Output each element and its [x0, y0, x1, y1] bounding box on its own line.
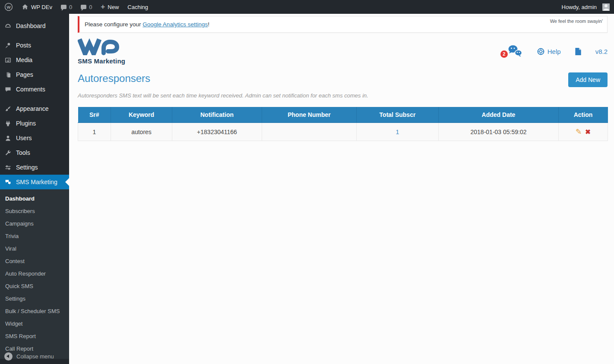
- sidebar-item-label: Pages: [16, 71, 33, 78]
- sidebar-item-media[interactable]: Media: [0, 53, 69, 67]
- submenu-item-viral[interactable]: Viral: [0, 242, 69, 255]
- submenu-item-dashboard[interactable]: Dashboard: [0, 192, 69, 205]
- pushpin-icon: [3, 42, 12, 49]
- column-header-total-subscr: Total Subscr: [357, 107, 439, 123]
- wechat-icon: [506, 44, 523, 57]
- hello-dolly-text: We feel the room swayin': [550, 19, 603, 24]
- submenu-item-contest[interactable]: Contest: [0, 255, 69, 267]
- submenu-item-bulk-scheduler-sms[interactable]: Bulk / Scheduler SMS: [0, 305, 69, 317]
- comment-count-2: 0: [89, 4, 92, 10]
- wp-logo-graphic: [78, 38, 122, 55]
- user-icon: [3, 135, 12, 142]
- home-icon: [22, 3, 28, 10]
- admin-menu: Dashboard Posts Media Pages Comments: [0, 14, 69, 359]
- sidebar-item-comments[interactable]: Comments: [0, 82, 69, 97]
- cell-action: ✎✖: [559, 123, 608, 141]
- sidebar-item-dashboard[interactable]: Dashboard: [0, 19, 69, 33]
- document-icon: [575, 47, 582, 56]
- collapse-arrow-icon: [4, 352, 13, 361]
- notice-text-after: !: [208, 21, 209, 28]
- delete-x-icon[interactable]: ✖: [585, 128, 591, 135]
- wordpress-logo-icon: W: [4, 3, 13, 11]
- sidebar-item-label: Media: [16, 56, 32, 63]
- plugin-header: SMS Marketing 2: [78, 38, 608, 65]
- comments-counter-1[interactable]: 0: [57, 0, 76, 14]
- comments-counter-2[interactable]: 0: [76, 0, 96, 14]
- sliders-icon: [3, 164, 12, 171]
- admin-bar-right: Howdy, admin: [557, 0, 614, 14]
- admin-notice: Please configure your Google Analytics s…: [78, 16, 608, 33]
- page-description: Autoresponders SMS text will be sent eac…: [78, 92, 608, 99]
- plus-icon: +: [101, 3, 105, 10]
- page-head: Autoresponsers Add New: [78, 72, 608, 87]
- admin-bar: W WP DEv 0 0 + New Caching Howdy, admin: [0, 0, 614, 14]
- column-header-action: Action: [559, 107, 608, 123]
- chat-bubbles-icon: [3, 179, 12, 186]
- submenu-item-trivia[interactable]: Trivia: [0, 230, 69, 242]
- sidebar-item-settings[interactable]: Settings: [0, 160, 69, 175]
- sidebar-item-label: Appearance: [16, 105, 49, 112]
- google-analytics-settings-link[interactable]: Google Analytics settings: [142, 21, 208, 28]
- edit-pencil-icon[interactable]: ✎: [576, 128, 582, 136]
- messages-button[interactable]: 2: [500, 44, 523, 59]
- sidebar-item-label: Comments: [16, 86, 45, 93]
- notice-text-before: Please configure your: [85, 21, 142, 28]
- cell-sr: 1: [78, 123, 111, 141]
- sidebar-item-sms-marketing[interactable]: SMS Marketing: [0, 175, 69, 189]
- wrench-icon: [3, 149, 12, 157]
- page-title: Autoresponsers: [78, 72, 150, 85]
- sidebar-item-tools[interactable]: Tools: [0, 145, 69, 160]
- sidebar-item-label: SMS Marketing: [16, 179, 57, 185]
- sidebar-item-users[interactable]: Users: [0, 131, 69, 145]
- submenu-item-subscribers[interactable]: Subscribers: [0, 205, 69, 217]
- plugin-logo: SMS Marketing: [78, 38, 125, 65]
- version-label: v8.2: [595, 48, 608, 55]
- sidebar-item-posts[interactable]: Posts: [0, 38, 69, 53]
- cell-total-subscr: 1: [357, 123, 439, 141]
- column-header-phone-number: Phone Number: [262, 107, 357, 123]
- total-subscribers-link[interactable]: 1: [396, 129, 399, 135]
- message-count-badge: 2: [500, 50, 508, 58]
- cell-phone-number: [262, 123, 357, 141]
- sidebar-item-appearance[interactable]: Appearance: [0, 101, 69, 116]
- new-content-menu[interactable]: + New: [96, 0, 123, 14]
- admin-sidebar: Dashboard Posts Media Pages Comments: [0, 14, 69, 364]
- menu-separator: [0, 33, 69, 38]
- active-item-arrow: [65, 178, 69, 186]
- submenu-item-auto-responder[interactable]: Auto Responder: [0, 267, 69, 280]
- submenu-item-campaigns[interactable]: Campaigns: [0, 217, 69, 230]
- site-name-menu[interactable]: WP DEv: [17, 0, 57, 14]
- caching-label: Caching: [127, 4, 148, 10]
- svg-text:W: W: [7, 5, 11, 9]
- autoresponders-table: Sr# Keyword Notification Phone Number To…: [78, 107, 608, 141]
- pages-icon: [3, 71, 12, 78]
- sms-marketing-submenu: Dashboard Subscribers Campaigns Trivia V…: [0, 189, 69, 359]
- plugin-logo-subtitle: SMS Marketing: [78, 57, 125, 65]
- add-new-button[interactable]: Add New: [568, 72, 608, 87]
- submenu-item-sms-report[interactable]: SMS Report: [0, 330, 69, 342]
- howdy-label: Howdy, admin: [562, 4, 597, 10]
- sidebar-item-label: Plugins: [16, 120, 36, 127]
- submenu-item-widget[interactable]: Widget: [0, 317, 69, 330]
- sidebar-item-pages[interactable]: Pages: [0, 67, 69, 82]
- avatar: [602, 3, 610, 11]
- sidebar-item-label: Posts: [16, 42, 31, 49]
- table-header-row: Sr# Keyword Notification Phone Number To…: [78, 107, 608, 123]
- sidebar-item-label: Users: [16, 135, 32, 141]
- comment-bubble-icon: [61, 5, 66, 9]
- submenu-item-settings[interactable]: Settings: [0, 292, 69, 305]
- submenu-item-quick-sms[interactable]: Quick SMS: [0, 280, 69, 292]
- help-button[interactable]: Help: [537, 47, 561, 56]
- my-account-menu[interactable]: Howdy, admin: [557, 0, 614, 14]
- wp-logo-menu[interactable]: W: [0, 0, 17, 14]
- column-header-notification: Notification: [172, 107, 262, 123]
- documentation-button[interactable]: [575, 47, 582, 56]
- comment-count-1: 0: [69, 4, 72, 10]
- collapse-menu-button[interactable]: Collapse menu: [0, 348, 69, 364]
- caching-menu[interactable]: Caching: [123, 0, 152, 14]
- plugin-header-icons: 2 Help: [500, 44, 608, 59]
- help-lifering-icon: [537, 47, 545, 56]
- sidebar-item-plugins[interactable]: Plugins: [0, 116, 69, 131]
- column-header-sr: Sr#: [78, 107, 111, 123]
- table-row: 1 autores +18323041166 1 2018-01-03 05:5…: [78, 123, 608, 141]
